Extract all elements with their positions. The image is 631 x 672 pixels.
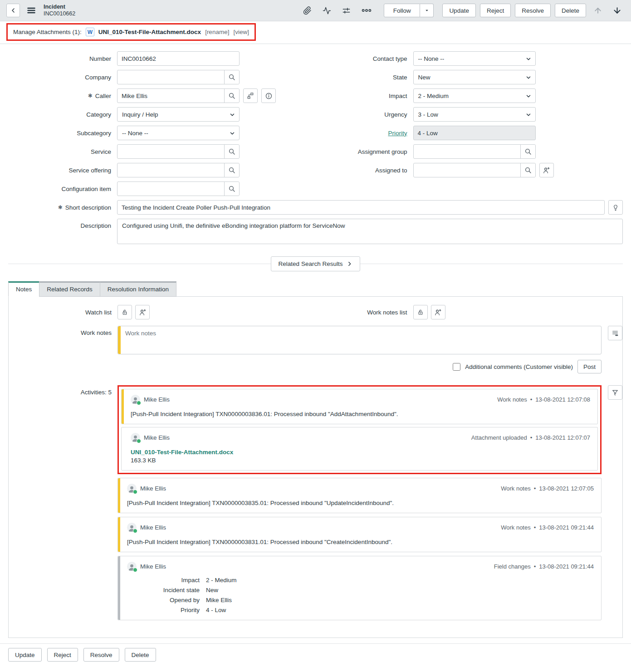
reject-button-footer[interactable]: Reject [47, 648, 78, 662]
follow-button[interactable]: Follow [384, 4, 420, 17]
activity-filter-funnel-icon[interactable] [608, 385, 622, 400]
reject-button-header[interactable]: Reject [480, 4, 511, 17]
chevron-right-icon [347, 261, 352, 267]
assigned-to-label: Assigned to [318, 167, 413, 174]
chevron-left-icon [10, 7, 17, 14]
activity-time: 13-08-2021 09:21:44 [539, 524, 594, 531]
work-notes-label: Work notes [9, 326, 117, 336]
more-options-icon[interactable] [358, 5, 375, 16]
subcategory-select[interactable]: -- None -- [117, 126, 240, 140]
work-notes-list-person-add-icon[interactable] [431, 305, 445, 319]
manage-attachments-section: Manage Attachments (1): W UNI_010-Test-F… [0, 21, 631, 44]
form-header: Incident INC0010662 Follow Update Reject… [0, 0, 631, 21]
work-notes-list-label: Work notes list [318, 309, 413, 316]
impact-select[interactable]: 2 - Medium [413, 88, 536, 103]
subcategory-label: Subcategory [8, 130, 117, 137]
previous-record-arrow-up-icon[interactable] [591, 5, 605, 16]
activity-type: Work notes [497, 396, 527, 403]
assigned-to-input[interactable] [414, 163, 520, 177]
watch-list-lock-icon[interactable] [117, 305, 132, 319]
activity-stream: Mike Ellis Work notes • 13-08-2021 12:07… [117, 385, 602, 624]
service-input[interactable] [117, 145, 224, 158]
service-offering-label: Service offering [8, 167, 117, 174]
assignment-group-search-icon[interactable] [520, 145, 535, 158]
attachment-filename-link[interactable]: UNI_010-Test-File-Attachment.docx [98, 29, 201, 35]
urgency-label: Urgency [318, 111, 413, 118]
attachment-paperclip-icon[interactable] [300, 4, 315, 17]
caller-label: ✱ Caller [8, 93, 117, 99]
follow-split-button: Follow [384, 4, 434, 17]
service-search-icon[interactable] [224, 145, 239, 158]
activity-attachment-link[interactable]: UNI_010-Test-File-Attachment.docx [131, 449, 590, 456]
context-menu-icon[interactable] [24, 4, 38, 17]
state-select[interactable]: New [413, 70, 536, 84]
back-button[interactable] [6, 4, 20, 17]
follow-dropdown-button[interactable] [420, 4, 434, 17]
assign-to-me-person-add-icon[interactable] [539, 163, 554, 177]
caller-info-icon[interactable] [261, 88, 276, 103]
related-search-results-button[interactable]: Related Search Results [271, 256, 361, 271]
watch-list-person-add-icon[interactable] [135, 305, 150, 319]
activity-stream-icon[interactable] [319, 4, 334, 17]
service-offering-search-icon[interactable] [224, 163, 239, 177]
company-search-icon[interactable] [224, 70, 239, 84]
work-notes-bar [122, 389, 124, 424]
update-button-footer[interactable]: Update [8, 648, 42, 662]
suggestion-lightbulb-icon[interactable] [608, 200, 623, 215]
number-input[interactable] [117, 51, 240, 66]
category-select[interactable]: Inquiry / Help [117, 107, 240, 122]
delete-button-header[interactable]: Delete [555, 4, 586, 17]
company-input[interactable] [117, 70, 224, 84]
work-notes-list-lock-icon[interactable] [413, 305, 428, 319]
activity-type: Field changes [494, 563, 531, 570]
activity-attachment-size: 163.3 KB [131, 457, 590, 464]
assigned-to-search-icon[interactable] [520, 163, 535, 177]
service-offering-input[interactable] [117, 163, 224, 177]
contact-type-select[interactable]: -- None -- [413, 51, 536, 66]
category-label: Category [8, 111, 117, 118]
next-record-arrow-down-icon[interactable] [610, 5, 625, 16]
service-label: Service [8, 148, 117, 155]
personalize-form-icon[interactable] [339, 4, 354, 17]
record-type: Incident [44, 4, 75, 10]
configuration-item-search-icon[interactable] [224, 182, 239, 196]
required-marker: ✱ [58, 204, 63, 211]
caller-org-chart-icon[interactable] [243, 88, 258, 103]
activity-type: Attachment uploaded [471, 434, 527, 441]
priority-label-link[interactable]: Priority [388, 130, 407, 137]
additional-comments-checkbox[interactable] [453, 363, 460, 371]
description-textarea[interactable]: Configured using Unifi, the definitive e… [117, 219, 623, 244]
related-search-divider: Related Search Results [8, 256, 623, 271]
urgency-select[interactable]: 3 - Low [413, 107, 536, 122]
activity-user: Mike Ellis [144, 396, 170, 403]
avatar [131, 395, 140, 404]
resolve-button-footer[interactable]: Resolve [83, 648, 119, 662]
activity-user: Mike Ellis [140, 485, 166, 492]
tab-section: Notes Related Records Resolution Informa… [8, 281, 623, 638]
attachment-rename-link[interactable]: [rename] [205, 29, 229, 35]
caller-search-icon[interactable] [224, 89, 239, 103]
field-change-label: Opened by [127, 597, 200, 603]
tab-resolution-information[interactable]: Resolution Information [100, 281, 176, 297]
impact-label: Impact [318, 93, 413, 99]
chevron-down-icon [229, 112, 235, 118]
activity-card: Mike Ellis Field changes • 13-08-2021 09… [117, 556, 602, 620]
chevron-down-icon [525, 56, 532, 62]
post-button[interactable]: Post [577, 360, 602, 373]
configuration-item-input[interactable] [117, 182, 224, 196]
assignment-group-input[interactable] [414, 145, 520, 158]
tab-notes[interactable]: Notes [8, 281, 39, 297]
resolve-button-header[interactable]: Resolve [515, 4, 551, 17]
attachment-view-link[interactable]: [view] [233, 29, 249, 35]
tab-related-records[interactable]: Related Records [39, 281, 100, 297]
activity-card: Mike Ellis Attachment uploaded • 13-08-2… [121, 427, 598, 471]
delete-button-footer[interactable]: Delete [125, 648, 156, 662]
activity-display-settings-icon[interactable] [608, 326, 622, 340]
caller-input[interactable] [117, 89, 224, 103]
update-button-header[interactable]: Update [442, 4, 476, 17]
activities-count-label: Activities: 5 [9, 385, 117, 396]
work-notes-bar [118, 478, 120, 513]
work-notes-textarea[interactable] [118, 326, 601, 353]
short-description-input[interactable] [117, 200, 605, 215]
configuration-item-label: Configuration item [8, 186, 117, 192]
